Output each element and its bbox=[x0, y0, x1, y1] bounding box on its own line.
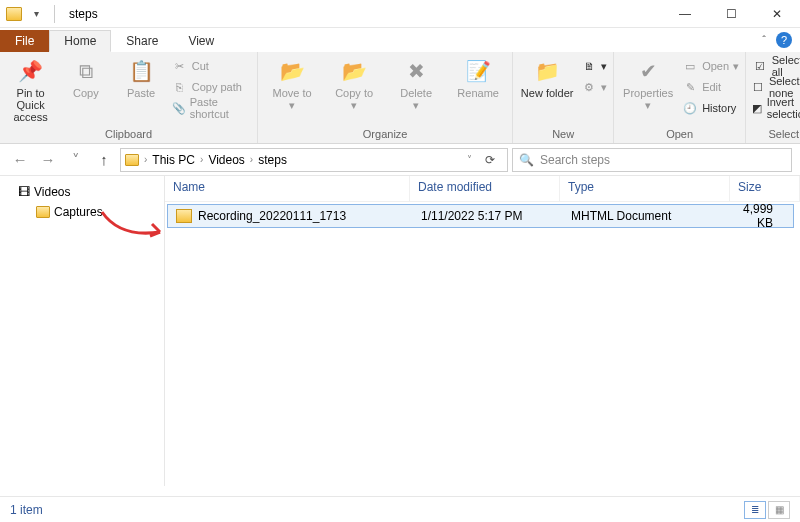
file-size: 4,999 KB bbox=[733, 202, 793, 230]
paste-button[interactable]: 📋 Paste bbox=[116, 56, 165, 126]
edit-button[interactable]: ✎Edit bbox=[682, 77, 739, 97]
column-headers[interactable]: Name Date modified Type Size bbox=[165, 176, 800, 202]
col-name[interactable]: Name bbox=[165, 176, 410, 201]
new-item-icon: 🗎 bbox=[581, 60, 597, 72]
invert-icon: ◩ bbox=[752, 102, 763, 115]
group-organize: 📂Move to▾ 📂Copy to▾ ✖Delete▾ 📝Rename Org… bbox=[258, 52, 513, 143]
crumb-steps[interactable]: steps bbox=[258, 153, 287, 167]
open-icon: ▭ bbox=[682, 60, 698, 73]
forward-button[interactable]: → bbox=[36, 151, 60, 168]
collapse-ribbon-icon[interactable]: ˆ bbox=[762, 34, 766, 46]
folder-icon bbox=[6, 7, 22, 21]
main-area: 🎞 Videos Captures Name Date modified Typ… bbox=[0, 176, 800, 486]
pin-button[interactable]: 📌 Pin to Quick access bbox=[6, 56, 55, 126]
copy-label: Copy bbox=[73, 87, 99, 99]
crumb-videos[interactable]: Videos bbox=[208, 153, 244, 167]
chevron-right-icon[interactable]: › bbox=[247, 154, 256, 165]
up-button[interactable]: ↑ bbox=[92, 151, 116, 168]
table-row[interactable]: Recording_20220111_1713 1/11/2022 5:17 P… bbox=[167, 204, 794, 228]
help-icon[interactable]: ? bbox=[776, 32, 792, 48]
address-dropdown-icon[interactable]: ˅ bbox=[464, 154, 475, 165]
new-folder-button[interactable]: 📁New folder bbox=[519, 56, 575, 126]
file-icon bbox=[176, 209, 192, 223]
close-button[interactable]: ✕ bbox=[754, 0, 800, 28]
folder-icon bbox=[36, 206, 50, 218]
crumb-thispc[interactable]: This PC bbox=[152, 153, 195, 167]
window-title: steps bbox=[69, 7, 98, 21]
select-all-icon: ☑ bbox=[752, 60, 768, 73]
col-date[interactable]: Date modified bbox=[410, 176, 560, 201]
group-clipboard: 📌 Pin to Quick access ⧉ Copy 📋 Paste ✂Cu… bbox=[0, 52, 258, 143]
copy-path-button[interactable]: ⎘Copy path bbox=[172, 77, 251, 97]
pin-icon: 📌 bbox=[16, 58, 46, 84]
properties-button[interactable]: ✔Properties▾ bbox=[620, 56, 676, 126]
minimize-button[interactable]: — bbox=[662, 0, 708, 28]
tab-home[interactable]: Home bbox=[49, 30, 111, 52]
status-bar: 1 item ≣ ▦ bbox=[0, 496, 800, 522]
ribbon-tabs: File Home Share View ˆ ? bbox=[0, 28, 800, 52]
chevron-right-icon[interactable]: › bbox=[197, 154, 206, 165]
maximize-button[interactable]: ☐ bbox=[708, 0, 754, 28]
rename-icon: 📝 bbox=[463, 58, 493, 84]
group-open: ✔Properties▾ ▭Open ▾ ✎Edit 🕘History Open bbox=[614, 52, 746, 143]
edit-icon: ✎ bbox=[682, 81, 698, 94]
nav-tree[interactable]: 🎞 Videos Captures bbox=[0, 176, 165, 486]
tab-file[interactable]: File bbox=[0, 30, 49, 52]
copy-path-icon: ⎘ bbox=[172, 81, 188, 93]
easy-access-button[interactable]: ⚙▾ bbox=[581, 77, 607, 97]
group-clipboard-label: Clipboard bbox=[105, 126, 152, 143]
back-button[interactable]: ← bbox=[8, 151, 32, 168]
delete-icon: ✖ bbox=[401, 58, 431, 84]
rename-button[interactable]: 📝Rename bbox=[450, 56, 506, 126]
file-date: 1/11/2022 5:17 PM bbox=[413, 209, 563, 223]
item-count: 1 item bbox=[10, 503, 43, 517]
cut-button[interactable]: ✂Cut bbox=[172, 56, 251, 76]
properties-icon: ✔ bbox=[633, 58, 663, 84]
file-list: Name Date modified Type Size Recording_2… bbox=[165, 176, 800, 486]
move-to-button[interactable]: 📂Move to▾ bbox=[264, 56, 320, 126]
annotation-arrow bbox=[100, 210, 170, 240]
group-select-label: Select bbox=[768, 126, 799, 143]
delete-button[interactable]: ✖Delete▾ bbox=[388, 56, 444, 126]
cut-icon: ✂ bbox=[172, 60, 188, 73]
group-open-label: Open bbox=[666, 126, 693, 143]
tab-view[interactable]: View bbox=[173, 30, 229, 52]
nav-bar: ← → ˅ ↑ › This PC › Videos › steps ˅ ⟳ 🔍… bbox=[0, 144, 800, 176]
file-type: MHTML Document bbox=[563, 209, 733, 223]
large-icons-view-button[interactable]: ▦ bbox=[768, 501, 790, 519]
open-button[interactable]: ▭Open ▾ bbox=[682, 56, 739, 76]
group-new-label: New bbox=[552, 126, 574, 143]
copy-to-button[interactable]: 📂Copy to▾ bbox=[326, 56, 382, 126]
tree-item-videos[interactable]: 🎞 Videos bbox=[4, 182, 160, 202]
copy-button[interactable]: ⧉ Copy bbox=[61, 56, 110, 126]
history-icon: 🕘 bbox=[682, 102, 698, 115]
chevron-right-icon[interactable]: › bbox=[141, 154, 150, 165]
refresh-button[interactable]: ⟳ bbox=[477, 153, 503, 167]
select-all-button[interactable]: ☑Select all bbox=[752, 56, 800, 76]
history-button[interactable]: 🕘History bbox=[682, 98, 739, 118]
search-box[interactable]: 🔍 Search steps bbox=[512, 148, 792, 172]
address-bar[interactable]: › This PC › Videos › steps ˅ ⟳ bbox=[120, 148, 508, 172]
recent-locations-button[interactable]: ˅ bbox=[64, 151, 88, 169]
search-icon: 🔍 bbox=[519, 153, 534, 167]
select-none-button[interactable]: ☐Select none bbox=[752, 77, 800, 97]
tab-share[interactable]: Share bbox=[111, 30, 173, 52]
col-size[interactable]: Size bbox=[730, 176, 800, 201]
col-type[interactable]: Type bbox=[560, 176, 730, 201]
title-bar: ▾ steps — ☐ ✕ bbox=[0, 0, 800, 28]
paste-shortcut-button[interactable]: 📎Paste shortcut bbox=[172, 98, 251, 118]
group-organize-label: Organize bbox=[363, 126, 408, 143]
details-view-button[interactable]: ≣ bbox=[744, 501, 766, 519]
breadcrumb-root-icon bbox=[125, 154, 139, 166]
qat-dropdown-icon[interactable]: ▾ bbox=[26, 4, 46, 24]
invert-selection-button[interactable]: ◩Invert selection bbox=[752, 98, 800, 118]
ribbon: 📌 Pin to Quick access ⧉ Copy 📋 Paste ✂Cu… bbox=[0, 52, 800, 144]
copy-icon: ⧉ bbox=[71, 58, 101, 84]
easy-access-icon: ⚙ bbox=[581, 81, 597, 94]
new-item-button[interactable]: 🗎▾ bbox=[581, 56, 607, 76]
move-to-icon: 📂 bbox=[277, 58, 307, 84]
new-folder-icon: 📁 bbox=[532, 58, 562, 84]
file-name: Recording_20220111_1713 bbox=[198, 209, 346, 223]
select-none-icon: ☐ bbox=[752, 81, 765, 94]
group-select: ☑Select all ☐Select none ◩Invert selecti… bbox=[746, 52, 800, 143]
